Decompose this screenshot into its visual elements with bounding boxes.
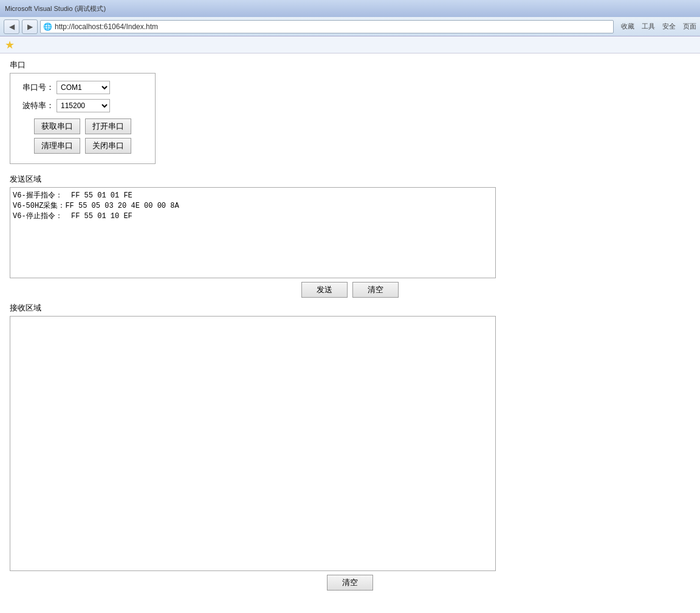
clear-serial-button[interactable]: 清理串口 [34,138,80,154]
toolbar-extra-page[interactable]: 页面 [683,22,696,31]
page-content: 串口 串口号： COM1 COM2 COM3 波特率： 115200 9600 … [0,53,700,601]
titlebar-text: Microsoft Visual Studio (调试模式) [5,4,106,13]
send-clear-button[interactable]: 清空 [352,282,399,298]
browser-toolbar: ◀ ▶ 🌐 收藏 工具 安全 页面 [0,17,700,36]
toolbar-extras: 收藏 工具 安全 页面 [621,22,696,31]
toolbar-extra-security[interactable]: 安全 [662,22,676,31]
baud-row: 波特率： 115200 9600 4800 2400 [20,99,145,112]
nav-back-button[interactable]: ◀ [4,19,19,34]
baud-select[interactable]: 115200 9600 4800 2400 [57,99,110,112]
send-area-label: 发送区域 [10,174,690,185]
port-select[interactable]: COM1 COM2 COM3 [57,81,110,94]
send-action-row: 发送 清空 [10,282,690,298]
open-serial-button[interactable]: 打开串口 [85,118,131,134]
recv-textarea[interactable] [10,316,496,571]
toolbar-extra-favorites[interactable]: 收藏 [621,22,634,31]
star-icon: ★ [5,38,15,52]
port-row: 串口号： COM1 COM2 COM3 [20,81,145,94]
recv-clear-button[interactable]: 清空 [327,575,373,591]
recv-area-section: 接收区域 清空 [10,303,690,591]
browser-icon: 🌐 [43,22,52,31]
serial-btn-row2: 清理串口 关闭串口 [20,138,145,154]
recv-action-row: 清空 [10,575,690,591]
recv-area-label: 接收区域 [10,303,690,313]
address-bar-input[interactable] [55,22,611,31]
baud-label: 波特率： [20,100,54,111]
browser-titlebar: Microsoft Visual Studio (调试模式) [0,0,700,17]
close-serial-button[interactable]: 关闭串口 [85,138,131,154]
toolbar-extra-tools[interactable]: 工具 [642,22,655,31]
send-textarea[interactable] [10,187,496,278]
send-area-section: 发送区域 发送 清空 [10,174,690,298]
get-serial-button[interactable]: 获取串口 [34,118,80,134]
send-button[interactable]: 发送 [301,282,348,298]
serial-section-label: 串口 [10,60,690,70]
nav-forward-button[interactable]: ▶ [22,19,38,34]
serial-btn-row1: 获取串口 打开串口 [20,118,145,134]
port-label: 串口号： [20,82,54,93]
address-bar-wrap: 🌐 [40,20,614,33]
favorites-bar: ★ [0,36,700,53]
serial-box: 串口号： COM1 COM2 COM3 波特率： 115200 9600 480… [10,73,156,164]
